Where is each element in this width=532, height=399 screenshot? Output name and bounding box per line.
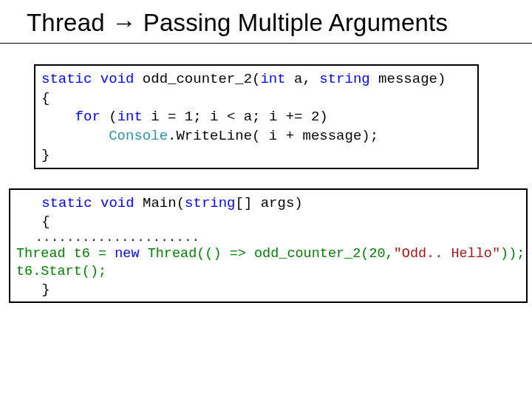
class-console: Console (109, 128, 168, 144)
method-name: odd_counter_2( (134, 71, 260, 87)
string-literal: "Odd.. Hello" (394, 246, 500, 262)
keyword-int: int (117, 109, 143, 125)
keyword-static: static (41, 195, 92, 211)
brace-close: } (16, 281, 522, 299)
code-block-method: static void odd_counter_2(int a, string … (34, 64, 479, 169)
code-line-start: t6.Start(); (16, 263, 522, 281)
keyword-string: string (185, 195, 235, 211)
code-line: static void odd_counter_2(int a, string … (41, 70, 471, 89)
keyword-static: static (41, 71, 92, 87)
slide-title: Thread → Passing Multiple Arguments (0, 9, 532, 43)
keyword-new: new (115, 246, 139, 262)
brace-close: } (41, 146, 471, 166)
method-name: Main( (134, 195, 185, 211)
brace-open: { (16, 213, 522, 231)
code-line: static void Main(string[] args) (16, 194, 522, 212)
code-line-thread: Thread t6 = new Thread(() => odd_counter… (16, 245, 522, 263)
code-line: for (int i = 1; i < a; i += 2) (41, 108, 471, 127)
ellipsis: ..................... (16, 231, 522, 245)
keyword-for: for (75, 109, 100, 125)
slide: Thread → Passing Multiple Arguments stat… (0, 0, 532, 399)
keyword-string: string (319, 71, 369, 87)
keyword-void: void (100, 195, 134, 211)
keyword-void: void (100, 71, 134, 87)
code-line: Console.WriteLine( i + message); (41, 127, 471, 146)
keyword-int: int (260, 71, 285, 87)
brace-open: { (41, 89, 471, 109)
title-underline (0, 43, 532, 44)
thread-decl: Thread t6 = (16, 246, 115, 262)
code-block-main: static void Main(string[] args) { ......… (9, 188, 528, 303)
